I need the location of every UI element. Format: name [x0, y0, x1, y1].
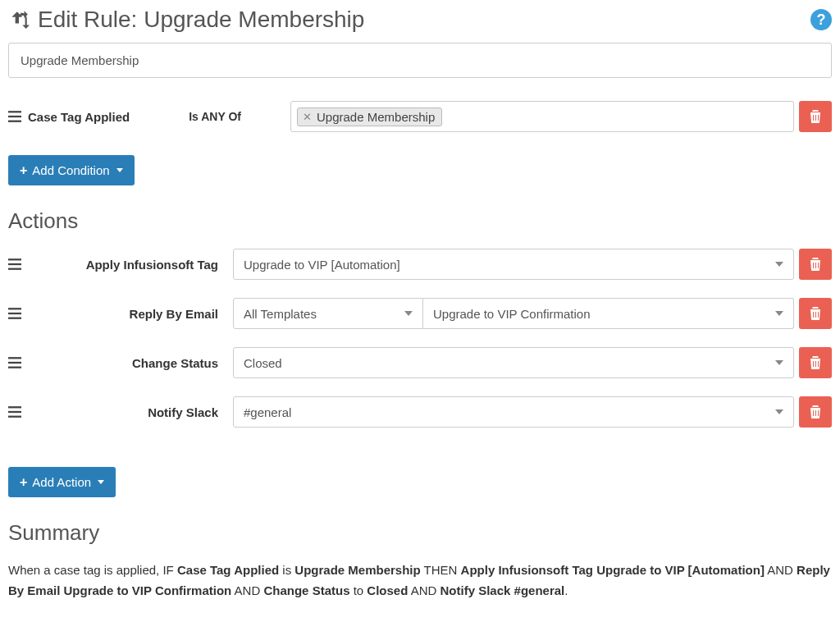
svg-rect-10	[8, 362, 21, 364]
help-icon[interactable]: ?	[810, 9, 832, 30]
chevron-down-icon	[775, 311, 783, 316]
chevron-down-icon	[775, 262, 783, 267]
svg-rect-9	[8, 357, 21, 359]
add-action-button[interactable]: + Add Action	[8, 467, 116, 497]
svg-rect-5	[8, 268, 21, 270]
plus-icon: +	[20, 476, 27, 489]
action-value-select[interactable]: Closed	[233, 347, 794, 378]
caret-down-icon	[98, 480, 104, 484]
page-title: Edit Rule: Upgrade Membership	[38, 7, 364, 33]
add-condition-button[interactable]: + Add Condition	[8, 155, 135, 185]
delete-action-button[interactable]	[799, 249, 832, 280]
trash-icon	[810, 356, 821, 369]
action-row: Apply Infusionsoft Tag Upgrade to VIP [A…	[8, 249, 832, 280]
summary-heading: Summary	[8, 520, 832, 546]
svg-rect-2	[8, 121, 21, 122]
action-row: Notify Slack #general	[8, 396, 832, 428]
drag-handle-icon[interactable]	[8, 406, 30, 418]
actions-heading: Actions	[8, 208, 832, 234]
svg-rect-12	[8, 406, 21, 408]
trash-icon	[810, 110, 821, 123]
svg-rect-3	[8, 258, 21, 260]
select-value: Upgrade to VIP [Automation]	[244, 258, 400, 272]
drag-handle-icon[interactable]	[8, 357, 30, 368]
action-row: Reply By Email All Templates Upgrade to …	[8, 298, 832, 329]
svg-rect-4	[8, 263, 21, 265]
svg-rect-11	[8, 367, 21, 368]
delete-action-button[interactable]	[799, 298, 832, 329]
action-label: Change Status	[132, 356, 218, 370]
condition-tag-input[interactable]: ✕ Upgrade Membership	[290, 101, 794, 132]
action-value-select[interactable]: #general	[233, 396, 794, 428]
rule-name-input[interactable]	[8, 43, 832, 78]
svg-rect-13	[8, 411, 21, 413]
page-header: Edit Rule: Upgrade Membership ?	[8, 7, 832, 33]
svg-rect-8	[8, 318, 21, 319]
action-label: Apply Infusionsoft Tag	[86, 258, 218, 272]
condition-field-label: Case Tag Applied	[28, 110, 130, 124]
action-category-select[interactable]: All Templates	[233, 298, 423, 329]
drag-handle-icon[interactable]	[8, 111, 28, 122]
action-value-select[interactable]: Upgrade to VIP Confirmation	[423, 298, 794, 329]
action-label: Reply By Email	[130, 307, 218, 321]
svg-rect-1	[8, 116, 21, 117]
chevron-down-icon	[775, 360, 783, 365]
svg-rect-7	[8, 313, 21, 314]
condition-row: Case Tag Applied Is ANY Of ✕ Upgrade Mem…	[8, 101, 832, 132]
condition-operator-label: Is ANY Of	[189, 110, 241, 123]
tag-chip-label: Upgrade Membership	[317, 110, 435, 124]
tag-chip: ✕ Upgrade Membership	[297, 107, 442, 126]
delete-action-button[interactable]	[799, 347, 832, 378]
action-label: Notify Slack	[148, 405, 218, 419]
svg-rect-14	[8, 416, 21, 418]
trash-icon	[810, 405, 821, 418]
remove-tag-icon[interactable]: ✕	[301, 111, 313, 123]
chevron-down-icon	[775, 409, 783, 414]
trash-icon	[810, 258, 821, 271]
delete-action-button[interactable]	[799, 396, 832, 428]
plus-icon: +	[20, 164, 27, 177]
add-action-label: Add Action	[32, 475, 91, 489]
add-condition-label: Add Condition	[32, 163, 109, 177]
share-icon	[8, 8, 30, 32]
select-value: #general	[244, 405, 291, 419]
caret-down-icon	[116, 168, 123, 172]
svg-rect-6	[8, 308, 21, 309]
delete-condition-button[interactable]	[799, 101, 832, 132]
select-value: All Templates	[244, 307, 317, 321]
summary-text: When a case tag is applied, IF Case Tag …	[8, 560, 832, 601]
chevron-down-icon	[404, 311, 413, 316]
select-value: Closed	[244, 356, 282, 370]
trash-icon	[810, 307, 821, 320]
action-value-select[interactable]: Upgrade to VIP [Automation]	[233, 249, 794, 280]
action-row: Change Status Closed	[8, 347, 832, 378]
select-value: Upgrade to VIP Confirmation	[433, 307, 591, 321]
drag-handle-icon[interactable]	[8, 258, 30, 270]
drag-handle-icon[interactable]	[8, 308, 30, 319]
svg-rect-0	[8, 111, 21, 112]
